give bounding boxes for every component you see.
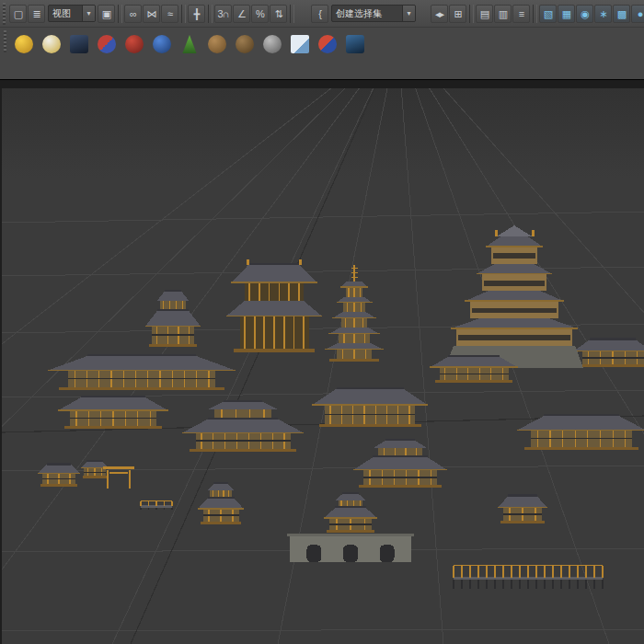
stone-sphere-icon[interactable] [260,32,284,56]
edit-named-selection-sets-icon[interactable]: { [311,5,328,23]
fossil-icon-glyph [236,35,254,53]
main-toolbar: ▢≣视图▾▣∞⋈≈╋3∩∠%⇅{创建选择集▾◂▸⊞▤▥≡▧▦◉∗▩● [0,0,644,28]
model-hall-right-edge[interactable] [573,338,644,367]
stats-monitor-icon[interactable] [343,32,367,56]
particle-array-icon-glyph [70,35,88,53]
flower-icon[interactable] [40,32,63,56]
toolbar-gap [296,13,311,14]
model-drum-tower-gate[interactable] [287,492,414,562]
toolbar-grip[interactable] [3,3,6,25]
graphite-ribbon-icon[interactable]: ≡ [512,5,530,23]
toolbar-separator [208,5,213,23]
daylight-sun-icon-glyph [15,35,33,53]
angle-snap-toggle-icon[interactable]: ∠ [233,5,250,23]
named-selection-sets-dropdown-value: 创建选择集 [332,6,402,21]
render-setup-icon[interactable]: ∗ [594,5,612,23]
spinner-snap-toggle-icon[interactable]: ⇅ [270,5,287,23]
model-shrine-small-b[interactable] [81,460,109,478]
model-five-story-pagoda[interactable] [325,265,384,362]
model-hall-west[interactable] [58,396,168,429]
toolbar-separator [181,5,186,23]
named-selection-sets-dropdown[interactable]: 创建选择集▾ [331,5,416,22]
fossil-icon[interactable] [233,32,257,56]
model-great-gate[interactable] [226,259,322,352]
perspective-viewport[interactable] [0,88,644,644]
atom-icon-glyph [153,35,171,53]
model-hall-mid-bottom[interactable] [353,439,447,488]
stats-monitor-icon-glyph [346,35,364,53]
model-lecture-hall[interactable] [182,400,304,453]
model-small-house-right[interactable] [498,494,547,523]
rendered-frame-window-icon[interactable]: ▩ [613,5,630,23]
model-shrine-small-a[interactable] [38,463,80,487]
stone-sphere-icon-glyph [263,35,282,53]
select-by-name-icon[interactable]: ≣ [28,5,45,23]
toolbar-separator [469,5,474,23]
percent-snap-toggle-icon[interactable]: % [251,5,269,23]
viewport-canvas[interactable] [2,88,644,644]
rectangular-selection-region-icon[interactable]: ▢ [9,5,27,23]
model-low-wall[interactable] [140,500,172,510]
toolbar-separator [118,5,122,23]
schematic-view-icon[interactable]: ▦ [558,5,575,23]
toolbar-separator [533,5,537,23]
toolbar-gap [418,13,431,14]
copy-pages-icon-glyph [291,35,309,53]
material-editor-icon[interactable]: ◉ [576,5,593,23]
model-long-corridor-hall[interactable] [48,354,236,390]
metaball-icon-glyph [98,35,116,53]
select-and-link-icon[interactable]: ∞ [124,5,142,23]
material-ball-icon-glyph [318,35,337,53]
chevron-down-icon[interactable]: ▾ [82,6,95,21]
particle-array-icon[interactable] [67,32,91,56]
toggle-scene-explorer-icon[interactable]: ▤ [476,5,493,23]
render-production-icon[interactable]: ● [631,5,644,23]
bind-to-space-warp-icon[interactable]: ≈ [161,5,178,23]
align-icon[interactable]: ⊞ [449,5,466,23]
curve-editor-icon[interactable]: ▧ [539,5,557,23]
model-hall-far-right[interactable] [517,414,644,450]
model-two-story-hall-left[interactable] [145,290,201,347]
grass-icon-glyph [180,35,199,53]
model-small-temple[interactable] [198,482,244,524]
chevron-down-icon[interactable]: ▾ [402,6,415,21]
grass-icon[interactable] [178,32,201,56]
daylight-sun-icon[interactable] [12,32,36,56]
mirror-icon[interactable]: ◂▸ [431,5,448,23]
use-pivot-center-icon[interactable]: ▣ [98,5,115,23]
molecule-icon-glyph [125,35,144,53]
material-ball-icon[interactable] [316,32,339,56]
ribbon-strip[interactable] [0,79,644,88]
copy-pages-icon[interactable] [288,32,312,56]
reference-coordinate-system-dropdown[interactable]: 视图▾ [48,5,96,22]
select-and-move-icon[interactable]: ╋ [188,5,205,23]
terrain-rock-icon[interactable] [205,32,229,56]
reference-coordinate-system-dropdown-value: 视图 [49,6,82,21]
toolbar-grip[interactable] [4,30,6,52]
model-long-bridge[interactable] [453,565,603,589]
metaball-icon[interactable] [95,32,119,56]
unlink-selection-icon[interactable]: ⋈ [143,5,160,23]
flower-icon-glyph [42,35,61,53]
model-castle-tower[interactable] [445,225,583,368]
3dsmax-window: ▢≣视图▾▣∞⋈≈╋3∩∠%⇅{创建选择集▾◂▸⊞▤▥≡▧▦◉∗▩● [0,0,644,644]
toolbar-separator [290,5,294,23]
plugins-toolbar [0,28,644,79]
terrain-rock-icon-glyph [208,35,226,53]
snap-toggle-3d-icon[interactable]: 3∩ [214,5,232,23]
molecule-icon[interactable] [122,32,146,56]
layer-manager-icon[interactable]: ▥ [494,5,512,23]
atom-icon[interactable] [150,32,174,56]
